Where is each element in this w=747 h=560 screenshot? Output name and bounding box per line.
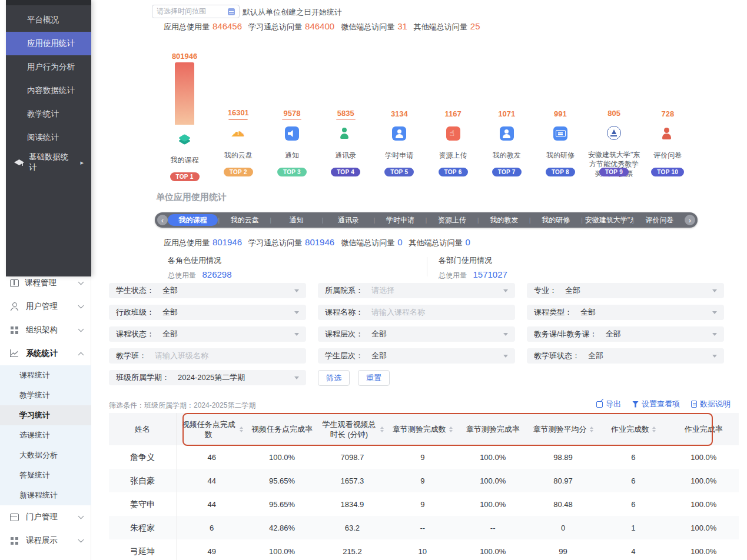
column-header: 章节测验平均分 xyxy=(528,424,598,434)
sidebar-item-org[interactable]: 组织架构 xyxy=(0,318,91,342)
sidebar-dark-item[interactable]: 内容数据统计 xyxy=(6,79,91,102)
filter-teaching-class-status[interactable]: 教学班状态：全部 xyxy=(527,348,724,364)
chart-column: 801946我的课程TOP 1 xyxy=(158,52,211,176)
sidebar-dark-item[interactable]: 教学统计 xyxy=(6,102,91,126)
bar-value: 991 xyxy=(554,109,567,118)
action-doc[interactable]: 数据说明 xyxy=(691,399,731,409)
filter-class-semester[interactable]: 班级所属学期：2024-2025第二学期 xyxy=(109,370,306,385)
tab-4[interactable]: 学时申请 xyxy=(375,214,425,226)
filter-major[interactable]: 专业：全部 xyxy=(527,283,724,298)
filter-department[interactable]: 所属院系：请选择 xyxy=(318,283,515,298)
sidebar-top-items: 课程管理用户管理组织架构系统统计 xyxy=(0,271,91,365)
sort-icon[interactable] xyxy=(240,426,243,432)
dark-menu-items: 平台概况应用使用统计用户行为分析内容数据统计教学统计阅读统计 xyxy=(6,8,91,149)
submenu-item[interactable]: 学习统计 xyxy=(0,405,91,425)
tab-6[interactable]: 我的教发 xyxy=(479,214,529,226)
tab-2[interactable]: 通知 xyxy=(271,214,321,226)
tab-5[interactable]: 资源上传 xyxy=(427,214,477,226)
sidebar-item-label: 基础数据统计 xyxy=(29,152,75,173)
overview-stats: 应用总使用量846456学习通总访问量846400微信端总访问量31其他端总访问… xyxy=(164,21,487,32)
cell: 100.0% xyxy=(458,500,528,509)
filter-label: 教学班状态： xyxy=(534,351,580,361)
bar-value: 16301 xyxy=(228,108,249,117)
submenu-item[interactable]: 教学统计 xyxy=(0,385,91,405)
action-label: 数据说明 xyxy=(700,399,731,409)
cell: 215.2 xyxy=(317,547,387,556)
cell: 100.0% xyxy=(669,500,739,509)
filter-course-status[interactable]: 课程状态：全部 xyxy=(109,326,306,342)
tabs-scroll-left-button[interactable]: ‹ xyxy=(157,215,168,225)
bar-icon-row xyxy=(178,131,192,145)
filter-edu-course[interactable]: 教务课/非教务课：全部 xyxy=(527,326,724,342)
chart-column: 5835通讯录TOP 4 xyxy=(319,52,373,176)
filter-label: 所属院系： xyxy=(325,285,363,296)
filter-label: 教学班： xyxy=(116,351,147,361)
reset-button[interactable]: 重置 xyxy=(358,370,390,386)
filter-course-level[interactable]: 课程层次：全部 xyxy=(318,326,515,342)
filter-student-level[interactable]: 学生层次：全部 xyxy=(318,348,515,364)
tab-9[interactable]: 评价问卷 xyxy=(635,214,685,226)
rank-badge: TOP 4 xyxy=(331,168,360,176)
cell: 63.2 xyxy=(317,524,387,532)
sort-icon[interactable] xyxy=(590,426,593,432)
caret-down-icon xyxy=(712,289,717,292)
filter-course-name[interactable]: 课程名称：请输入课程名称 xyxy=(318,305,515,320)
date-placeholder: 请选择时间范围 xyxy=(157,6,228,16)
sidebar-dark-item[interactable]: 平台概况 xyxy=(6,8,91,32)
sidebar-item-user[interactable]: 用户管理 xyxy=(0,295,91,318)
filter-value: 2024-2025第二学期 xyxy=(178,372,245,383)
sort-icon[interactable] xyxy=(380,426,384,432)
date-range-picker[interactable]: 请选择时间范围 xyxy=(152,5,240,18)
window-icon xyxy=(10,513,19,521)
submenu-item[interactable]: 答疑统计 xyxy=(0,465,91,485)
sidebar-dark-item[interactable]: 应用使用统计 xyxy=(6,32,91,55)
chart-column: 1167资源上传TOP 6 xyxy=(426,52,480,176)
cell: 6 xyxy=(598,453,668,462)
sort-icon[interactable] xyxy=(449,426,453,432)
bar-area: 805 xyxy=(607,52,620,119)
sidebar-item-window[interactable]: 门户管理 xyxy=(0,505,91,529)
tab-1[interactable]: 我的云盘 xyxy=(220,214,270,226)
filter-student-status[interactable]: 学生状态：全部 xyxy=(109,283,306,298)
cell: 95.65% xyxy=(247,500,317,509)
sort-icon[interactable] xyxy=(652,426,656,432)
tabs-scroll-right-button[interactable]: › xyxy=(685,215,695,225)
column-header: 视频任务点完成率 xyxy=(247,424,317,434)
table-actions: 导出设置查看项数据说明 xyxy=(596,399,731,409)
app-root: 课程管理用户管理组织架构系统统计 课程统计教学统计学习统计选课统计大数据分析答疑… xyxy=(0,0,747,560)
upload-icon xyxy=(446,126,460,141)
filter-label: 课程状态： xyxy=(116,329,154,339)
dark-panel-partial-item xyxy=(6,0,91,5)
sidebar-item-chart[interactable]: 系统统计 xyxy=(0,342,91,365)
bar-label: 通讯录 xyxy=(335,151,356,160)
tab-7[interactable]: 我的研修 xyxy=(531,214,581,226)
column-header-label: 作业完成数 xyxy=(611,424,649,434)
stat-value: 846456 xyxy=(213,21,242,31)
filter-value: 请输入班级名称 xyxy=(155,351,208,361)
sidebar-item-basic-data-stats[interactable]: 基础数据统计 ▸ xyxy=(6,151,91,174)
filter-button[interactable]: 筛选 xyxy=(318,370,350,386)
submenu-item[interactable]: 新课程统计 xyxy=(0,485,91,505)
bar-icon-row xyxy=(660,126,675,141)
sidebar-dark-item[interactable]: 阅读统计 xyxy=(6,126,91,149)
submenu-item[interactable]: 大数据分析 xyxy=(0,445,91,465)
filter-teaching-class[interactable]: 教学班：请输入班级名称 xyxy=(109,348,306,364)
tab-0[interactable]: 我的课程 xyxy=(168,214,218,226)
bar-label: 评价问卷 xyxy=(653,151,682,160)
action-export[interactable]: 导出 xyxy=(596,399,621,409)
cards-icon xyxy=(10,536,19,545)
sidebar-item-cards[interactable]: 课程展示 xyxy=(0,529,91,552)
filter-admin-class[interactable]: 行政班级：全部 xyxy=(109,305,306,320)
cell: 4 xyxy=(598,547,668,556)
funnel-icon xyxy=(632,401,639,408)
tab-8[interactable]: 安徽建筑大学"东 xyxy=(583,214,633,226)
tab-3[interactable]: 通讯录 xyxy=(323,214,373,226)
submenu-item[interactable]: 课程统计 xyxy=(0,365,91,385)
action-funnel[interactable]: 设置查看项 xyxy=(632,399,680,409)
survey-icon xyxy=(660,126,675,141)
submenu-item[interactable]: 选课统计 xyxy=(0,425,91,445)
sidebar-dark-item[interactable]: 用户行为分析 xyxy=(6,55,91,79)
book-icon xyxy=(10,279,18,287)
filter-course-type[interactable]: 课程类型：全部 xyxy=(527,305,724,320)
bar-label: 通知 xyxy=(285,151,299,160)
